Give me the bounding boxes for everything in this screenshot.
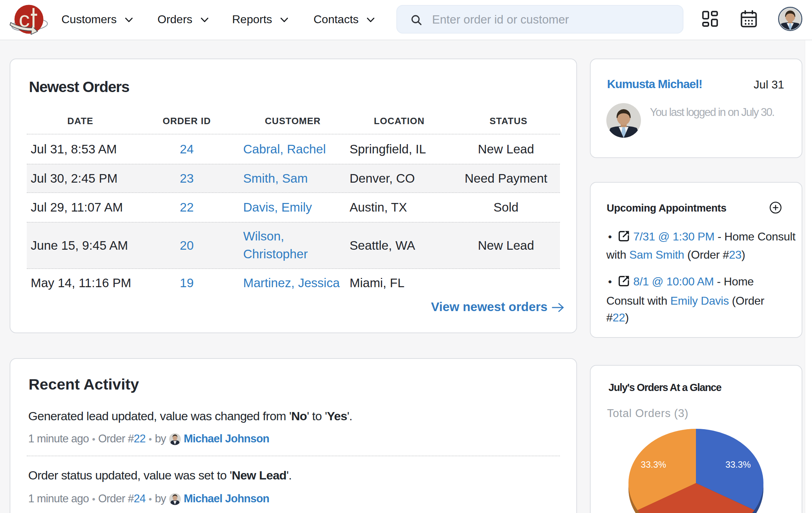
svg-text:33.3%: 33.3% <box>641 459 666 469</box>
svg-text:33.3%: 33.3% <box>726 459 751 469</box>
svg-text:c: c <box>19 7 30 31</box>
